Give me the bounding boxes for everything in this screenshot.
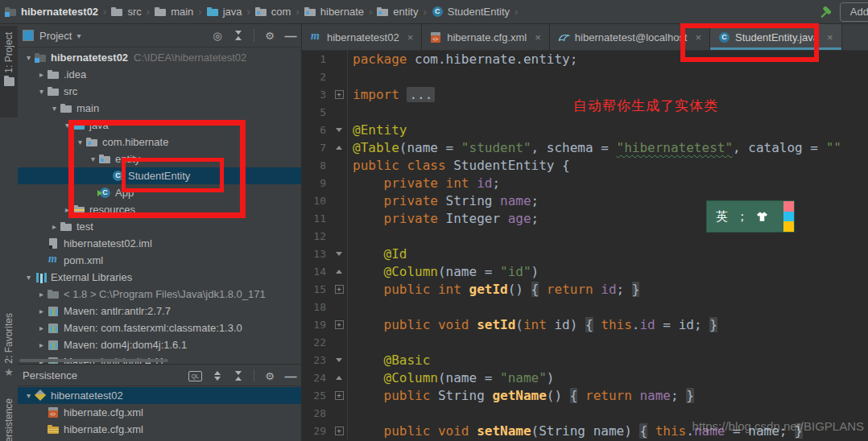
fold-gutter[interactable]	[331, 121, 348, 138]
project-tree-row[interactable]: ▾com.hibernate	[18, 134, 301, 150]
fold-gutter[interactable]: +	[331, 315, 348, 333]
fold-gutter[interactable]	[331, 369, 348, 386]
fold-gutter[interactable]	[331, 245, 348, 262]
tree-chevron-icon[interactable]: ▸	[35, 340, 48, 349]
editor-tab-hibernatetest-localhost[interactable]: hibernatetest@localhost×	[550, 24, 710, 50]
breadcrumb-item-hibernatetest02[interactable]: hibernatetest02	[5, 6, 98, 18]
breadcrumb-separator-icon: ›	[198, 6, 201, 18]
project-tree-row[interactable]: ▸Maven: antlr:antlr:2.7.7	[18, 303, 301, 319]
fold-expand-icon[interactable]: +	[335, 90, 344, 99]
locate-icon[interactable]: ◎	[212, 30, 223, 41]
toolstrip-favorites[interactable]: 2: Favorites ★	[0, 296, 18, 378]
editor-tab-hibernatetest02[interactable]: hibernatetest02×	[302, 24, 422, 50]
fold-collapse-icon[interactable]	[336, 252, 342, 256]
fold-gutter[interactable]	[331, 351, 348, 369]
persistence-panel-title[interactable]: Persistence	[23, 369, 77, 381]
settings-icon[interactable]: ⚙	[264, 370, 275, 381]
fold-gutter[interactable]: +	[331, 422, 348, 439]
close-icon[interactable]: ×	[827, 31, 833, 43]
project-tree-row[interactable]: ▾java	[18, 117, 301, 134]
line-number: 12	[302, 230, 331, 242]
hide-icon[interactable]: —	[285, 370, 296, 381]
project-tree-row[interactable]: ▸< 1.8 > C:\Program Files\Java\jdk1.8.0_…	[18, 286, 301, 303]
tree-chevron-icon[interactable]: ▾	[48, 104, 60, 113]
project-tree-row[interactable]: App	[18, 184, 301, 201]
project-tree-row[interactable]: ▾src	[18, 83, 301, 100]
build-hammer-icon[interactable]	[818, 6, 832, 19]
breadcrumb-item-main[interactable]: main	[155, 6, 193, 18]
persistence-tree-row[interactable]: hibernate.cfg.xml	[18, 421, 301, 438]
ime-punctuation-indicator[interactable]: ；	[736, 209, 748, 225]
project-tree-row[interactable]: ▸test	[18, 218, 301, 235]
fold-collapse-icon[interactable]	[336, 270, 342, 274]
fold-collapse-icon[interactable]	[336, 128, 342, 132]
fold-gutter[interactable]: +	[331, 386, 348, 404]
project-tree-row[interactable]: hibernatetest02.iml	[18, 235, 301, 252]
project-panel: Project ▾ ◎⚙— ▾hibernatetest02C:\IDEA\hi…	[18, 24, 302, 364]
collapse-all-icon[interactable]	[233, 30, 244, 41]
breadcrumb-item-entity[interactable]: entity	[377, 6, 418, 18]
editor-tab-studententity-java[interactable]: StudentEntity.java×	[710, 24, 841, 50]
fold-expand-icon[interactable]: +	[335, 427, 344, 435]
tree-chevron-icon[interactable]: ▸	[35, 290, 48, 299]
close-icon[interactable]: ×	[535, 31, 541, 43]
fold-collapse-icon[interactable]	[336, 146, 342, 150]
tree-chevron-icon[interactable]: ▸	[35, 307, 48, 315]
ime-toolbar[interactable]: 英 ；	[706, 200, 795, 233]
tree-chevron-icon[interactable]: ▾	[74, 138, 86, 146]
fold-gutter[interactable]	[331, 262, 348, 280]
fold-gutter[interactable]	[331, 138, 348, 156]
tree-chevron-icon[interactable]: ▾	[23, 391, 35, 400]
fold-expand-icon[interactable]: +	[335, 391, 344, 400]
class-icon	[112, 170, 124, 182]
breadcrumb-item-studententity[interactable]: StudentEntity	[432, 6, 510, 18]
breadcrumb-item-hibernate[interactable]: hibernate	[304, 6, 364, 18]
fold-collapse-icon[interactable]	[336, 376, 342, 380]
shirt-icon[interactable]	[756, 211, 768, 222]
fold-gutter[interactable]: +	[331, 280, 348, 298]
breadcrumb-item-java[interactable]: java	[207, 6, 242, 18]
fold-expand-icon[interactable]: +	[335, 320, 344, 329]
editor-tab-hibernate-cfg-xml[interactable]: hibernate.cfg.xml×	[422, 24, 550, 50]
horizontal-scrollbar[interactable]	[19, 359, 168, 362]
tree-chevron-icon[interactable]: ▸	[35, 324, 48, 332]
breadcrumb-item-src[interactable]: src	[111, 6, 141, 18]
persistence-tree-row[interactable]: ▾hibernatetest02	[18, 387, 301, 404]
tree-chevron-icon[interactable]: ▾	[23, 273, 35, 282]
ime-language-indicator[interactable]: 英	[716, 209, 728, 225]
tree-chevron-icon[interactable]: ▸	[48, 222, 60, 231]
fold-collapse-icon[interactable]	[336, 358, 342, 362]
tree-chevron-icon[interactable]: ▸	[35, 70, 48, 79]
project-tree-row[interactable]: ▾main	[18, 100, 301, 117]
settings-icon[interactable]: ⚙	[264, 30, 275, 41]
project-tree-row[interactable]: ▸Maven: com.fasterxml:classmate:1.3.0	[18, 319, 301, 336]
expand-all-icon[interactable]	[212, 370, 223, 381]
collapse-all-icon[interactable]	[233, 370, 244, 381]
toolstrip-project[interactable]: 1: Project	[0, 26, 18, 117]
project-tree-row[interactable]: ▾entity	[18, 150, 301, 167]
project-tree-row[interactable]: ▾External Libraries	[18, 269, 301, 286]
tree-chevron-icon[interactable]: ▸	[61, 205, 73, 214]
tree-chevron-icon[interactable]: ▾	[61, 121, 73, 130]
project-tree-row[interactable]: ▸.idea	[18, 66, 301, 83]
project-tree-row[interactable]: ▸resources	[18, 201, 301, 218]
hide-icon[interactable]: —	[285, 30, 296, 41]
persistence-tree-row[interactable]: hibernate.cfg.xml	[18, 404, 301, 421]
project-tree-row[interactable]: StudentEntity	[18, 167, 301, 184]
project-panel-title[interactable]: Project	[39, 30, 72, 42]
project-tree-row[interactable]: ▸Maven: dom4j:dom4j:1.6.1	[18, 336, 301, 353]
project-tree-row[interactable]: ▾hibernatetest02C:\IDEA\hibernatetest02	[18, 49, 301, 66]
fold-expand-icon[interactable]: +	[335, 285, 344, 294]
add-configuration-button[interactable]: Add	[840, 2, 868, 22]
breadcrumb-item-com[interactable]: com	[255, 6, 291, 18]
chevron-down-icon[interactable]: ▾	[76, 31, 81, 40]
fold-gutter[interactable]: +	[331, 85, 348, 103]
project-tree-row[interactable]: pom.xml	[18, 252, 301, 269]
tree-chevron-icon[interactable]: ▾	[87, 155, 99, 163]
tree-chevron-icon[interactable]: ▾	[23, 53, 35, 62]
tree-chevron-icon[interactable]: ▾	[35, 87, 48, 96]
ql-console-icon[interactable]: QL	[188, 371, 202, 381]
close-icon[interactable]: ×	[695, 31, 701, 43]
toolstrip-persistence[interactable]: Persistence	[0, 372, 18, 441]
close-icon[interactable]: ×	[407, 31, 414, 43]
